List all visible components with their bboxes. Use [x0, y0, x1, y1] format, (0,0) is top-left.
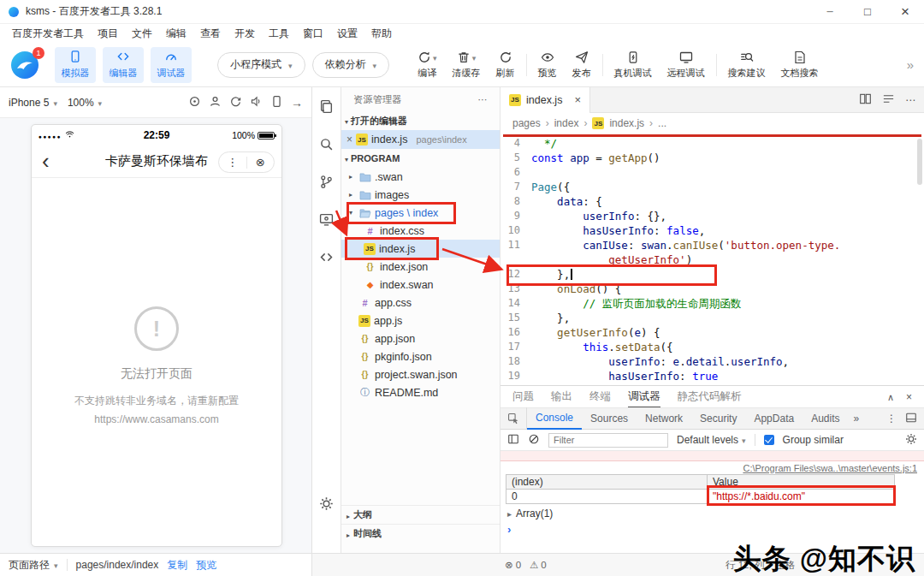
code-line[interactable]: 13 onLoad() { — [500, 282, 924, 296]
source-link[interactable]: C:\Program Files\swa..\master\events.js:… — [743, 463, 917, 473]
devtools-tab-audits[interactable]: Audits — [803, 407, 848, 430]
devtools-menu-icon[interactable] — [886, 413, 897, 425]
editor-tab-index-js[interactable]: index.js — [500, 87, 590, 113]
tab-overflow-icon[interactable] — [849, 413, 865, 425]
default-levels-select[interactable]: Default levels — [677, 434, 746, 446]
toolbar-action-doc-search[interactable]: 文档搜索 — [773, 50, 826, 80]
zoom-select[interactable]: 100% — [68, 97, 102, 109]
tree-item-app.js[interactable]: app.js — [341, 312, 500, 330]
timeline-section[interactable]: 时间线 — [341, 524, 500, 543]
menu-item-3[interactable]: 文件 — [125, 27, 159, 41]
copy-path-link[interactable]: 复制 — [167, 558, 187, 573]
open-editor-item[interactable]: index.js pages\index — [341, 130, 500, 149]
code-line[interactable]: 16 getUserInfo(e) { — [500, 325, 924, 340]
console-table-row[interactable]: 0"https://*.baidu.com" — [506, 490, 895, 504]
sound-icon[interactable] — [250, 95, 263, 110]
menu-item-4[interactable]: 编辑 — [159, 27, 193, 41]
menu-item-5[interactable]: 查看 — [193, 27, 228, 41]
breadcrumb-item[interactable]: ... — [658, 117, 666, 129]
console-prompt-row[interactable] — [500, 522, 924, 537]
split-editor-icon[interactable] — [859, 92, 872, 108]
rotate-icon[interactable] — [229, 95, 242, 110]
toolbar-action-refresh[interactable]: 刷新 — [489, 50, 523, 80]
code-line[interactable]: 7Page({ — [500, 180, 924, 194]
console-sidebar-icon[interactable] — [507, 433, 519, 448]
panel-button-editor[interactable]: 编辑器 — [103, 47, 144, 83]
tree-item-index.json[interactable]: index.json — [341, 258, 500, 276]
toolbar-action-remote-debug[interactable]: 远程调试 — [660, 50, 713, 80]
mini-close-icon[interactable] — [247, 156, 275, 169]
menu-item-8[interactable]: 窗口 — [296, 27, 330, 41]
outline-section[interactable]: 大纲 — [341, 505, 500, 524]
files-icon[interactable] — [319, 99, 334, 116]
breadcrumb-item[interactable]: index.js — [609, 117, 644, 129]
more-actions-icon[interactable] — [905, 94, 915, 106]
devtools-tab-sources[interactable]: Sources — [582, 407, 637, 430]
profile-icon[interactable] — [209, 95, 222, 110]
expand-triangle-icon[interactable] — [507, 508, 512, 520]
toolbar-action-publish[interactable]: 发布 — [565, 50, 599, 80]
clear-console-icon[interactable] — [528, 433, 540, 448]
maximize-panel-icon[interactable] — [887, 391, 894, 403]
menu-item-1[interactable]: 百度开发者工具 — [5, 27, 91, 41]
project-section[interactable]: PROGRAM — [341, 149, 500, 168]
devtools-tab-network[interactable]: Network — [637, 407, 691, 430]
debug-tab-3[interactable]: 终端 — [589, 386, 611, 407]
menu-item-9[interactable]: 设置 — [330, 27, 364, 41]
tree-item-readme.md[interactable]: README.md — [341, 383, 500, 401]
toolbar-action-preview[interactable]: 预览 — [530, 50, 565, 80]
panel-button-debugger[interactable]: 调试器 — [151, 47, 192, 83]
mini-menu-icon[interactable] — [219, 156, 246, 169]
scan-icon[interactable] — [188, 95, 201, 110]
close-icon[interactable] — [346, 134, 352, 145]
close-window-button[interactable] — [886, 0, 924, 24]
code-line[interactable]: 10 hasUserInfo: false, — [500, 223, 924, 238]
device-select[interactable]: iPhone 5 — [9, 97, 57, 109]
mode-select[interactable]: 小程序模式 — [217, 52, 305, 78]
devtools-tab-security[interactable]: Security — [691, 407, 745, 430]
toolbar-more-icon[interactable] — [907, 57, 914, 72]
console-array-row[interactable]: Array(1) — [500, 506, 924, 520]
code-line[interactable]: 19 hasUserInfo: true — [500, 369, 924, 383]
code-editor[interactable]: 4 */5const app = getApp()67Page({8 data:… — [500, 134, 924, 385]
console-drawer-icon[interactable] — [905, 412, 917, 426]
debug-tab-5[interactable]: 静态代码解析 — [678, 386, 742, 407]
devtools-tab-appdata[interactable]: AppData — [745, 407, 803, 430]
minimize-button[interactable] — [811, 0, 849, 24]
problem-counts[interactable]: 0 0 — [505, 559, 547, 571]
git-branch-icon[interactable] — [319, 175, 334, 192]
maximize-button[interactable] — [849, 0, 886, 24]
search-icon[interactable] — [319, 137, 334, 154]
code-line[interactable]: 18 userInfo: e.detail.userInfo, — [500, 354, 924, 369]
close-panel-icon[interactable] — [906, 391, 912, 403]
toolbar-action-compile[interactable]: 编译 — [410, 50, 445, 80]
console-settings-icon[interactable] — [905, 433, 917, 448]
tree-item-.swan[interactable]: .swan — [341, 168, 500, 186]
debug-tab-4[interactable]: 调试器 — [628, 386, 660, 407]
toolbar-action-real-device[interactable]: 真机调试 — [607, 50, 660, 80]
code-line[interactable]: 15 }, — [500, 311, 924, 325]
code-icon[interactable] — [319, 250, 334, 267]
group-similar-checkbox[interactable] — [764, 435, 774, 445]
code-line[interactable]: 5const app = getApp() — [500, 151, 924, 165]
tree-item-index.swan[interactable]: index.swan — [341, 276, 500, 294]
tree-item-app.json[interactable]: app.json — [341, 330, 500, 347]
dependency-analysis-select[interactable]: 依赖分析 — [312, 52, 390, 78]
code-line[interactable]: 14 // 监听页面加载的生命周期函数 — [500, 296, 924, 311]
tree-item-images[interactable]: images — [341, 186, 500, 204]
menu-item-7[interactable]: 工具 — [262, 27, 296, 41]
device-frame-icon[interactable] — [270, 95, 283, 110]
tree-item-app.css[interactable]: app.css — [341, 294, 500, 312]
gear-icon[interactable] — [319, 496, 334, 514]
tree-item-pkginfo.json[interactable]: pkginfo.json — [341, 347, 500, 365]
code-line[interactable]: 4 */ — [500, 136, 924, 151]
code-line[interactable]: getUserInfo') — [500, 252, 924, 267]
inspect-element-icon[interactable] — [500, 407, 527, 430]
preview-path-link[interactable]: 预览 — [196, 558, 216, 573]
code-line[interactable]: 12 }, — [500, 267, 924, 282]
close-tab-icon[interactable] — [574, 93, 581, 106]
devtools-tab-console[interactable]: Console — [527, 407, 582, 430]
tree-item-project.swan.json[interactable]: project.swan.json — [341, 365, 500, 383]
back-button[interactable] — [42, 145, 50, 181]
code-line[interactable]: 11 canIUse: swan.canIUse('button.open-ty… — [500, 238, 924, 252]
